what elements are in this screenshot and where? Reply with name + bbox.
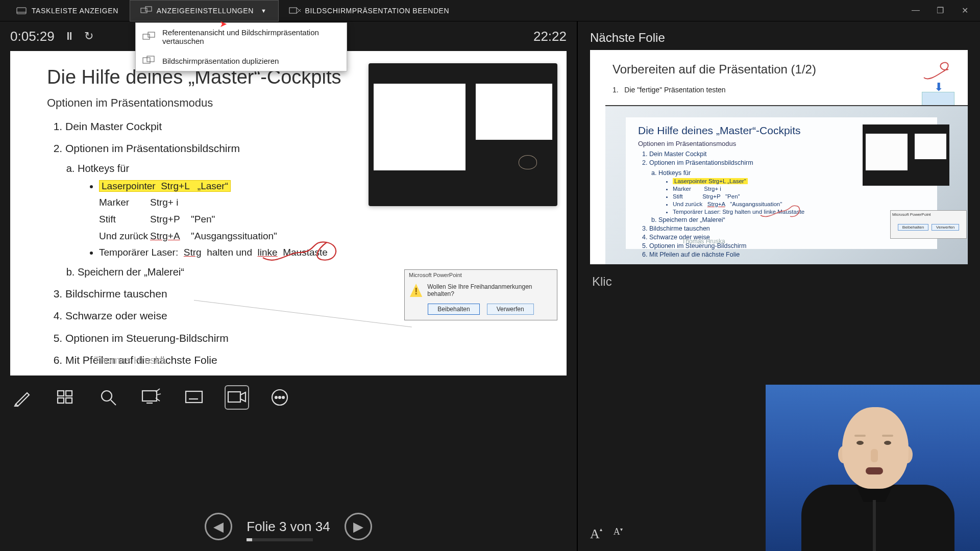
presenter-topbar: TASKLEISTE ANZEIGEN ANZEIGEEINSTELLUNGEN… bbox=[0, 0, 980, 21]
see-all-slides-tool[interactable] bbox=[54, 386, 77, 409]
display-settings-menu: Referentenansicht und Bildschirmpräsenta… bbox=[135, 22, 347, 71]
duplicate-slideshow-item[interactable]: Bildschirmpräsentation duplizieren bbox=[136, 51, 347, 71]
next-slide-label: Nächste Folie bbox=[578, 21, 980, 50]
close-button[interactable]: ✕ bbox=[959, 6, 971, 15]
restore-button[interactable]: ❐ bbox=[934, 6, 946, 15]
display-settings-button[interactable]: ANZEIGEEINSTELLUNGEN ▼ bbox=[130, 0, 279, 21]
next-slide-title: Vorbereiten auf die Präsentation (1/2) bbox=[612, 62, 968, 77]
duplicate-slideshow-label: Bildschirmpräsentation duplizieren bbox=[162, 57, 279, 65]
next-slide-pane: Nächste Folie Vorbereiten auf die Präsen… bbox=[577, 21, 980, 551]
show-taskbar-label: TASKLEISTE ANZEIGEN bbox=[32, 7, 118, 15]
taskbar-icon bbox=[16, 7, 27, 15]
svg-rect-10 bbox=[147, 56, 154, 62]
svg-rect-3 bbox=[145, 7, 152, 11]
svg-rect-9 bbox=[143, 58, 150, 63]
warning-icon: ! bbox=[410, 284, 422, 297]
elapsed-time: 0:05:29 bbox=[10, 29, 55, 44]
wall-clock: 22:22 bbox=[533, 29, 567, 44]
svg-point-25 bbox=[282, 396, 284, 398]
svg-rect-2 bbox=[141, 8, 147, 13]
bullet-pen: StiftStrg+P"Pen" bbox=[99, 213, 567, 227]
display-settings-label: ANZEIGEEINSTELLUNGEN bbox=[157, 7, 254, 15]
next-slide-button[interactable]: ▶ bbox=[345, 513, 372, 540]
brain-icon bbox=[519, 155, 537, 169]
slide-progress bbox=[247, 538, 313, 541]
window-controls: — ❐ ✕ bbox=[910, 6, 975, 15]
svg-point-23 bbox=[275, 396, 277, 398]
duplicate-display-icon bbox=[143, 56, 155, 66]
svg-rect-12 bbox=[66, 391, 72, 396]
svg-rect-17 bbox=[142, 391, 157, 401]
mouse-cursor-icon: ➤ bbox=[219, 18, 227, 30]
photo-dialog: Microsoft PowerPoint BeibehaltenVerwerfe… bbox=[890, 210, 967, 239]
svg-rect-14 bbox=[66, 398, 72, 403]
dialog-message: Wollen Sie Ihre Freihandanmerkungen beha… bbox=[427, 283, 552, 297]
zoom-tool[interactable] bbox=[97, 386, 119, 409]
more-options-tool[interactable] bbox=[268, 386, 291, 409]
slide-item-5: Optionen im Steuerung-Bildschirm bbox=[65, 331, 567, 345]
svg-rect-19 bbox=[186, 391, 202, 403]
keep-button[interactable]: Beibehalten bbox=[428, 304, 479, 315]
svg-point-15 bbox=[102, 391, 112, 401]
show-taskbar-button[interactable]: TASKLEISTE ANZEIGEN bbox=[5, 0, 130, 21]
end-show-icon bbox=[290, 7, 300, 15]
end-slideshow-button[interactable]: BILDSCHIRMPRÄSENTATION BEENDEN bbox=[279, 0, 461, 21]
photo-ink-squiggle bbox=[758, 203, 802, 220]
svg-rect-11 bbox=[58, 391, 64, 396]
presenter-webcam[interactable] bbox=[766, 385, 980, 551]
subtitle-tool[interactable] bbox=[183, 386, 205, 409]
svg-rect-4 bbox=[289, 8, 297, 13]
next-slide-line1: 1. Die "fertige" Präsentation testen bbox=[612, 86, 968, 94]
photo-mini-presenter bbox=[863, 124, 949, 186]
notes-font-controls: A▴ A▾ bbox=[590, 527, 623, 542]
next-slide-preview[interactable]: Vorbereiten auf die Präsentation (1/2) 1… bbox=[590, 50, 968, 264]
current-slide[interactable]: Die Hilfe deines „Master“-Cockpits Optio… bbox=[10, 51, 567, 375]
svg-rect-21 bbox=[228, 392, 240, 402]
presenter-tools bbox=[0, 375, 577, 419]
svg-rect-7 bbox=[143, 34, 150, 39]
presenter-view-thumbnail bbox=[369, 63, 557, 206]
pen-tool[interactable] bbox=[11, 386, 34, 409]
swap-presenter-display-label: Referentenansicht und Bildschirmpräsenta… bbox=[162, 28, 339, 45]
reset-timer-button[interactable]: ↻ bbox=[84, 30, 93, 43]
projector-photo: Die Hilfe deines „Master“-Cockpits Optio… bbox=[605, 105, 968, 264]
svg-line-16 bbox=[111, 400, 116, 405]
camera-tool[interactable] bbox=[226, 386, 248, 409]
prev-slide-button[interactable]: ◀ bbox=[205, 513, 232, 540]
svg-rect-13 bbox=[58, 398, 64, 403]
black-screen-tool[interactable] bbox=[140, 386, 162, 409]
decrease-font-button[interactable]: A▾ bbox=[614, 527, 623, 542]
end-slideshow-label: BILDSCHIRMPRÄSENTATION BEENDEN bbox=[305, 7, 450, 15]
chevron-down-icon: ▼ bbox=[261, 8, 267, 14]
slide-footer: Thomas Hruska bbox=[94, 355, 166, 366]
dialog-title: Microsoft PowerPoint bbox=[405, 270, 557, 280]
slide-counter: Folie 3 von 34 bbox=[247, 519, 330, 535]
slide-nav: ◀ Folie 3 von 34 ▶ bbox=[0, 511, 577, 542]
svg-rect-0 bbox=[17, 8, 26, 14]
keep-ink-dialog: Microsoft PowerPoint ! Wollen Sie Ihre F… bbox=[404, 269, 557, 320]
increase-font-button[interactable]: A▴ bbox=[590, 527, 602, 542]
swap-presenter-display-item[interactable]: Referentenansicht und Bildschirmpräsenta… bbox=[136, 23, 347, 51]
pause-timer-button[interactable]: ⏸ bbox=[64, 30, 75, 43]
discard-button[interactable]: Verwerfen bbox=[487, 304, 534, 315]
swap-displays-icon bbox=[143, 32, 155, 42]
minimize-button[interactable]: — bbox=[910, 6, 922, 15]
svg-point-24 bbox=[279, 396, 281, 398]
ink-squiggle bbox=[260, 237, 342, 268]
current-slide-pane: 0:05:29 ⏸ ↻ 22:22 Die Hilfe deines „Mast… bbox=[0, 21, 577, 551]
svg-rect-8 bbox=[148, 32, 155, 37]
monitors-icon bbox=[141, 7, 152, 15]
